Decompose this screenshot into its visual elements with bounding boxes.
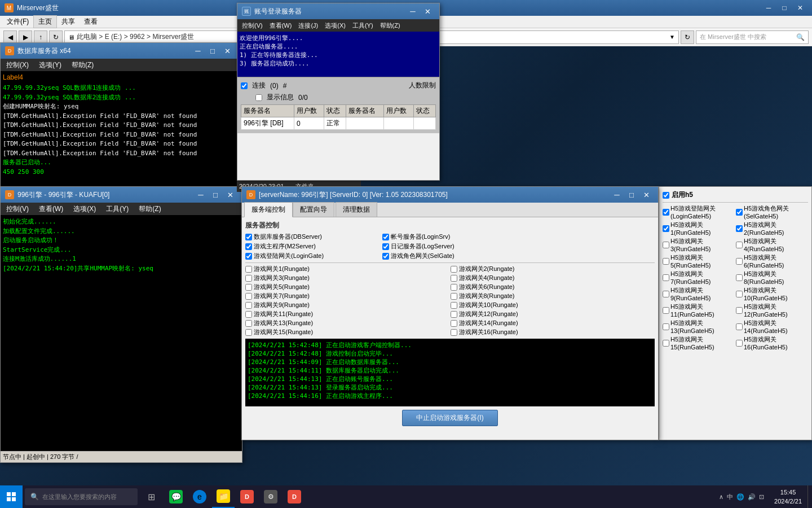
game-minimize[interactable]: ─ xyxy=(610,189,624,200)
connect-checkbox[interactable] xyxy=(241,82,248,89)
taskbar-app-game3[interactable]: D xyxy=(283,485,306,508)
db-minimize[interactable]: ─ xyxy=(191,45,205,56)
account-minimize[interactable]: ─ xyxy=(405,6,420,17)
db-close[interactable]: ✕ xyxy=(220,45,235,56)
h5-gate15[interactable]: H5游戏网关15(RunGateH5) xyxy=(663,335,735,351)
start-button[interactable] xyxy=(0,485,23,508)
cb-gate3[interactable]: 游戏网关3(Rungate) xyxy=(245,274,450,282)
cb-gate16[interactable]: 游戏网关16(Rungate) xyxy=(451,328,655,336)
close-btn[interactable]: ✕ xyxy=(793,2,807,14)
clock[interactable]: 15:45 2024/2/21 xyxy=(769,488,807,506)
game-maximize[interactable]: □ xyxy=(624,189,639,200)
db-menu-help[interactable]: 帮助(Z) xyxy=(68,59,97,71)
cb-gate10[interactable]: 游戏网关10(Rungate) xyxy=(451,301,655,309)
kuafu-menu-help[interactable]: 帮助(Z) xyxy=(135,203,164,215)
db-menu-control[interactable]: 控制(X) xyxy=(3,59,32,71)
h5-gate2[interactable]: H5游戏网关2(RunGateH5) xyxy=(736,221,808,236)
menu-share[interactable]: 共享 xyxy=(57,16,80,28)
taskbar-app-game2[interactable]: ⚙ xyxy=(259,485,282,508)
search-expand-btn[interactable]: ↻ xyxy=(681,30,694,44)
kuafu-menu-ctrl[interactable]: 控制(V) xyxy=(3,203,32,215)
game-close[interactable]: ✕ xyxy=(639,189,654,200)
db-menu-options[interactable]: 选项(Y) xyxy=(36,59,65,71)
h5-gate11[interactable]: H5游戏网关11(RunGateH5) xyxy=(663,303,735,318)
taskbar-app-game1[interactable]: D xyxy=(236,485,258,508)
back-btn[interactable]: ◀ xyxy=(3,30,17,44)
search-box[interactable]: 在 Mirserver盛世 中搜索 🔍 xyxy=(696,30,809,44)
cb-gate8[interactable]: 游戏网关8(Rungate) xyxy=(451,292,655,300)
h5-enable-label[interactable]: 启用h5 xyxy=(663,190,808,200)
cb-gate7[interactable]: 游戏网关7(Rungate) xyxy=(245,292,450,300)
kuafu-minimize[interactable]: ─ xyxy=(193,189,208,200)
tray-arrow[interactable]: ∧ xyxy=(719,493,723,501)
taskbar-search[interactable]: 🔍 在这里输入您要搜索的内容 xyxy=(25,488,138,505)
h5-login-gate[interactable]: H5游戏登陆网关(LoginGateH5) xyxy=(663,204,735,220)
minimize-btn[interactable]: ─ xyxy=(761,2,776,14)
kuafu-maximize[interactable]: □ xyxy=(208,189,223,200)
cb-logingate[interactable]: 游戏登陆网关(LoginGate) xyxy=(245,252,381,260)
forward-btn[interactable]: ▶ xyxy=(19,30,32,44)
kuafu-menu-tools[interactable]: 工具(Y) xyxy=(103,203,132,215)
show-desktop-btn[interactable] xyxy=(807,485,812,508)
h5-gate3[interactable]: H5游戏网关3(RunGateH5) xyxy=(663,237,735,252)
search-icon[interactable]: 🔍 xyxy=(796,33,805,41)
cb-gate1[interactable]: 游戏网关1(Rungate) xyxy=(245,265,450,273)
tab-clean[interactable]: 清理数据 xyxy=(336,202,377,217)
maximize-btn[interactable]: □ xyxy=(777,2,792,14)
h5-enable-checkbox[interactable] xyxy=(663,192,669,199)
taskbar-app-edge[interactable]: e xyxy=(188,485,211,508)
h5-gate7[interactable]: H5游戏网关7(RunGateH5) xyxy=(663,270,735,285)
acct-menu-ctrl[interactable]: 控制(V) xyxy=(240,20,265,31)
menu-file[interactable]: 文件(F) xyxy=(2,16,33,28)
kuafu-close[interactable]: ✕ xyxy=(223,189,237,200)
refresh-btn[interactable]: ↻ xyxy=(49,30,63,44)
taskbar-app-explorer[interactable]: 📁 xyxy=(212,485,235,508)
tab-server-control[interactable]: 服务端控制 xyxy=(244,202,293,217)
tab-config[interactable]: 配置向导 xyxy=(293,202,334,217)
kuafu-menu-opts[interactable]: 选项(X) xyxy=(70,203,99,215)
h5-gate5[interactable]: H5游戏网关5(RunGateH5) xyxy=(663,253,735,269)
cb-dbserver[interactable]: 数据库服务器(DBServer) xyxy=(245,233,381,241)
show-info-checkbox[interactable] xyxy=(255,94,262,101)
acct-menu-opts[interactable]: 选项(X) xyxy=(323,20,348,31)
h5-gate9[interactable]: H5游戏网关9(RunGateH5) xyxy=(663,286,735,301)
taskbar-app-wechat[interactable]: 💬 xyxy=(165,485,187,508)
acct-menu-conn[interactable]: 连接(J) xyxy=(296,20,320,31)
stop-server-btn[interactable]: 中止启动游戏服务器(I) xyxy=(402,410,497,426)
cb-m2server[interactable]: 游戏主程序(M2Server) xyxy=(245,242,381,251)
cb-gate15[interactable]: 游戏网关15(Rungate) xyxy=(245,328,450,336)
cb-gate6[interactable]: 游戏网关6(Rungate) xyxy=(451,283,655,291)
h5-gate1[interactable]: H5游戏网关1(RunGateH5) xyxy=(663,221,735,236)
up-btn[interactable]: ↑ xyxy=(34,30,47,44)
h5-gate6[interactable]: H5游戏网关6(RunGateH5) xyxy=(736,253,808,269)
h5-sel-gate[interactable]: H5游戏角色网关(SelGateH5) xyxy=(736,204,808,220)
h5-gate13[interactable]: H5游戏网关13(RunGateH5) xyxy=(663,319,735,334)
cb-gate14[interactable]: 游戏网关14(Rungate) xyxy=(451,319,655,327)
acct-menu-help[interactable]: 帮助(Z) xyxy=(378,20,403,31)
kuafu-menu-view[interactable]: 查看(W) xyxy=(36,203,67,215)
cb-gate2[interactable]: 游戏网关2(Rungate) xyxy=(451,265,655,273)
tray-network[interactable]: 🌐 xyxy=(736,493,744,501)
h5-gate12[interactable]: H5游戏网关12(RunGateH5) xyxy=(736,303,808,318)
cb-gate12[interactable]: 游戏网关12(Rungate) xyxy=(451,310,655,318)
menu-view[interactable]: 查看 xyxy=(80,16,102,28)
h5-gate14[interactable]: H5游戏网关14(RunGateH5) xyxy=(736,319,808,334)
h5-gate10[interactable]: H5游戏网关10(RunGateH5) xyxy=(736,286,808,301)
cb-selgate[interactable]: 游戏角色网关(SelGate) xyxy=(382,252,518,260)
cb-gate9[interactable]: 游戏网关9(Rungate) xyxy=(245,301,450,309)
cb-gate13[interactable]: 游戏网关13(Rungate) xyxy=(245,319,450,327)
acct-menu-view[interactable]: 查看(W) xyxy=(267,20,294,31)
task-view-btn[interactable]: ⊞ xyxy=(140,485,162,508)
dropdown-icon[interactable]: ▼ xyxy=(669,34,675,40)
cb-gate4[interactable]: 游戏网关4(Rungate) xyxy=(451,274,655,282)
cb-logserver[interactable]: 日记服务器(LogServer) xyxy=(382,242,518,251)
cb-gate11[interactable]: 游戏网关11(Rungate) xyxy=(245,310,450,318)
h5-gate4[interactable]: H5游戏网关4(RunGateH5) xyxy=(736,237,808,252)
menu-home[interactable]: 主页 xyxy=(33,15,57,28)
account-close[interactable]: ✕ xyxy=(420,6,435,17)
cb-loginsrv[interactable]: 帐号服务器(LoginSrv) xyxy=(382,233,518,241)
cb-gate5[interactable]: 游戏网关5(Rungate) xyxy=(245,283,450,291)
acct-menu-tools[interactable]: 工具(Y) xyxy=(350,20,376,31)
tray-volume[interactable]: 🔊 xyxy=(748,493,756,501)
h5-gate8[interactable]: H5游戏网关8(RunGateH5) xyxy=(736,270,808,285)
